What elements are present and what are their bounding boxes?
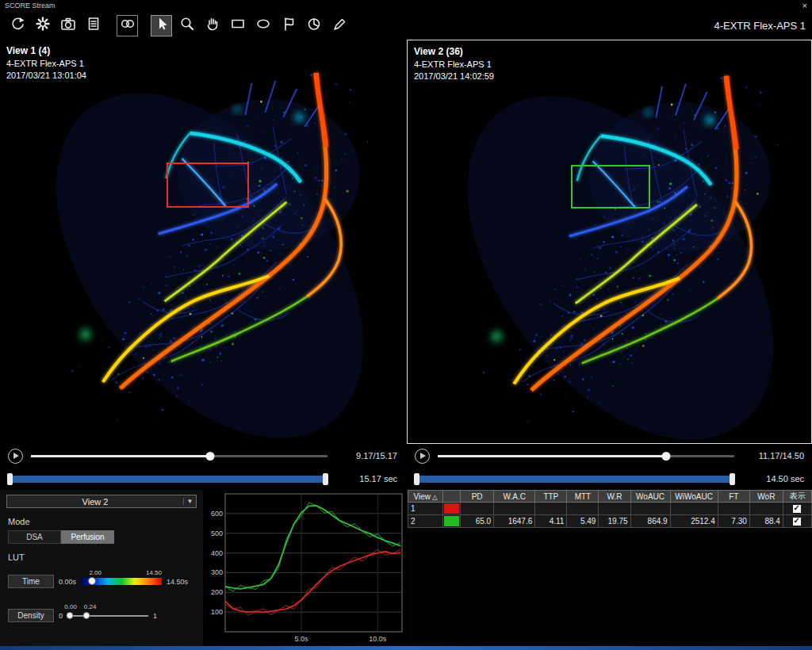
- visibility-cell: [783, 515, 811, 528]
- results-panel: View △PDW.A.CTTPMTTW.RWoAUCWiWoAUCFTWoR表…: [408, 490, 812, 646]
- settings-button[interactable]: [32, 15, 53, 36]
- view-selector-dropdown[interactable]: View 2 ▼: [6, 495, 197, 508]
- column-header[interactable]: WiWoAUC: [670, 491, 718, 503]
- density-slider[interactable]: 0.00 0.24: [67, 612, 148, 619]
- time-max-label: 14.50s: [167, 578, 188, 586]
- lut-time-handle[interactable]: [88, 577, 96, 585]
- duration-label: 15.17 sec: [335, 474, 397, 484]
- ellipse-roi-button[interactable]: [252, 15, 274, 36]
- mode-button[interactable]: Perfusion: [61, 530, 114, 544]
- slider-handle[interactable]: [661, 452, 670, 461]
- range-handle-end[interactable]: [730, 473, 735, 485]
- chevron-down-icon: ▼: [183, 498, 196, 505]
- pan-tool-button[interactable]: [201, 15, 223, 36]
- range-slider[interactable]: [8, 476, 327, 483]
- density-high-handle[interactable]: [83, 612, 90, 619]
- column-header[interactable]: 表示: [783, 491, 811, 503]
- sort-icon: △: [431, 494, 437, 501]
- roi-rect[interactable]: [167, 162, 249, 208]
- column-header[interactable]: WoAUC: [630, 491, 670, 503]
- value-cell: 65.0: [461, 515, 494, 528]
- time-min-label: 0.00s: [59, 578, 76, 586]
- pie-roi-button[interactable]: [303, 15, 324, 36]
- rect-roi-button[interactable]: [227, 15, 248, 36]
- column-header[interactable]: PD: [461, 491, 494, 503]
- density-button[interactable]: Density: [8, 609, 54, 622]
- column-header[interactable]: MTT: [567, 491, 599, 503]
- cursor-icon: [153, 15, 170, 36]
- range-slider[interactable]: [415, 476, 734, 483]
- frame-slider[interactable]: [438, 450, 734, 461]
- range-row-2: 14.50 sec: [407, 468, 812, 490]
- roi-rect[interactable]: [571, 165, 650, 208]
- table-header-row: View △PDW.A.CTTPMTTW.RWoAUCWiWoAUCFTWoR表…: [408, 491, 812, 503]
- column-header[interactable]: W.A.C: [494, 491, 535, 503]
- range-handle-end[interactable]: [323, 473, 328, 485]
- column-header[interactable]: FT: [718, 491, 749, 503]
- range-handle-start[interactable]: [414, 473, 419, 485]
- chart-panel: 1002003004005006005.0s10.0s: [205, 490, 406, 646]
- snapshot-button[interactable]: [57, 15, 79, 36]
- visibility-cell: [783, 503, 811, 515]
- mode-button[interactable]: DSA: [8, 530, 61, 544]
- column-header[interactable]: View △: [408, 491, 443, 503]
- column-header[interactable]: WoR: [749, 491, 783, 503]
- column-header[interactable]: W.R: [599, 491, 630, 503]
- column-header[interactable]: TTP: [535, 491, 567, 503]
- zoom-tool-button[interactable]: [176, 15, 197, 36]
- roi-color-swatch: [444, 503, 459, 514]
- view-timestamp: 2017/03/21 14:02:59: [414, 71, 494, 82]
- value-cell: 1647.6: [494, 515, 535, 528]
- table-row[interactable]: 265.01647.64.115.4919.75864.92512.47.308…: [408, 515, 812, 528]
- bottom-accent-bar: [0, 646, 812, 650]
- svg-text:500: 500: [211, 530, 223, 537]
- time-lut-button[interactable]: Time: [8, 575, 54, 588]
- ellipse-icon: [255, 15, 272, 36]
- range-handle-start[interactable]: [7, 473, 13, 485]
- view-2-canvas[interactable]: View 2 (36) 4-EXTR Flex-APS 1 2017/03/21…: [407, 40, 812, 444]
- refresh-button[interactable]: [6, 15, 28, 36]
- perfusion-chart: 1002003004005006005.0s10.0s: [205, 490, 406, 646]
- freehand-roi-button[interactable]: [278, 15, 299, 36]
- play-button[interactable]: [8, 449, 23, 464]
- roi-color-swatch: [444, 516, 459, 526]
- time-display: 9.17/15.17: [335, 451, 397, 461]
- view-1-canvas[interactable]: View 1 (4) 4-EXTR Flex-APS 1 2017/03/21 …: [0, 40, 405, 444]
- playback-row-1: 9.17/15.17: [0, 444, 405, 468]
- time-display: 11.17/14.50: [742, 451, 804, 461]
- view-selector-value: View 2: [7, 497, 183, 507]
- column-header[interactable]: [443, 491, 461, 503]
- select-tool-button[interactable]: [151, 15, 172, 36]
- play-button[interactable]: [415, 449, 430, 464]
- svg-text:100: 100: [211, 608, 223, 616]
- svg-text:5.0s: 5.0s: [295, 635, 309, 643]
- mode-buttons: DSA Perfusion: [8, 530, 197, 544]
- density-low-value: 0.00: [64, 603, 77, 610]
- time-lut-slider[interactable]: 2.00 14.50: [81, 578, 162, 585]
- link-views-button[interactable]: [117, 15, 138, 36]
- controls-panel: View 2 ▼ Mode DSA Perfusion LUT Time 0.0…: [0, 490, 203, 646]
- views-row: View 1 (4) 4-EXTR Flex-APS 1 2017/03/21 …: [0, 40, 812, 490]
- value-cell: [670, 503, 718, 515]
- gear-icon: [34, 15, 52, 36]
- value-cell: 7.30: [718, 515, 749, 528]
- time-marker-value: 2.00: [89, 569, 102, 576]
- svg-text:200: 200: [211, 588, 223, 596]
- value-cell: 5.49: [567, 515, 599, 528]
- table-row[interactable]: 1: [408, 503, 812, 515]
- time-lut-row: Time 0.00s 2.00 14.50 14.50s: [8, 575, 195, 588]
- close-button[interactable]: ×: [802, 2, 807, 10]
- visibility-checkbox[interactable]: [793, 518, 801, 526]
- value-cell: [567, 503, 599, 515]
- view-number-cell: 1: [408, 503, 443, 515]
- lut-label: LUT: [8, 552, 195, 562]
- draw-tool-button[interactable]: [328, 15, 350, 36]
- refresh-icon: [9, 15, 26, 36]
- density-low-handle[interactable]: [67, 612, 74, 619]
- view-title: View 2 (36): [414, 45, 494, 59]
- report-button[interactable]: [82, 15, 104, 36]
- slider-handle[interactable]: [206, 452, 215, 461]
- bottom-panels: View 2 ▼ Mode DSA Perfusion LUT Time 0.0…: [0, 490, 812, 646]
- frame-slider[interactable]: [31, 450, 327, 461]
- visibility-checkbox[interactable]: [793, 505, 801, 513]
